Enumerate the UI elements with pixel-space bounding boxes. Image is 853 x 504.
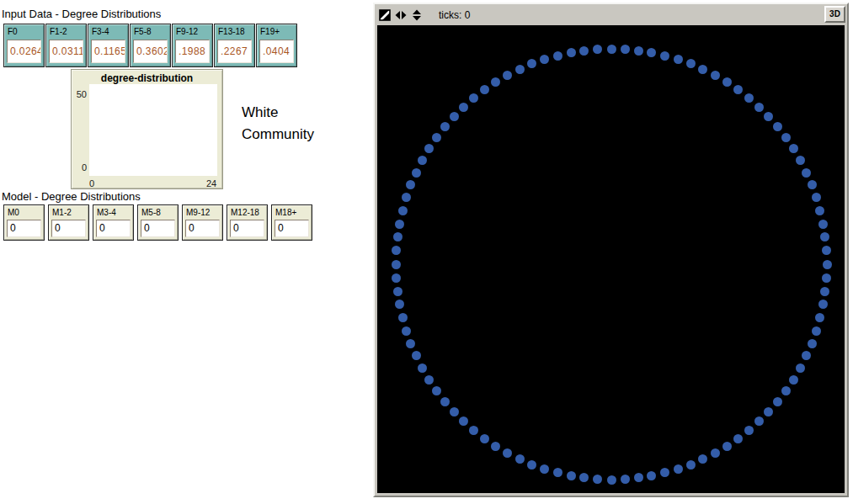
agent-node [808, 339, 817, 348]
agent-node [674, 464, 683, 474]
agent-node [686, 460, 696, 470]
monitor-m12-18: M12-18 0 [227, 204, 268, 241]
vertical-arrows-icon[interactable] [411, 9, 423, 21]
agent-node [450, 112, 459, 121]
agent-node [744, 93, 754, 103]
degree-distribution-plot: degree-distribution 50 0 0 24 [71, 69, 223, 189]
input-monitor-row: F0 0.0264 F1-2 0.0311 F3-4 0.1165 F5-8 0… [3, 24, 298, 67]
agent-node [822, 246, 831, 255]
agent-node [593, 45, 602, 54]
monitor-f3-4: F3-4 0.1165 [88, 24, 129, 67]
monitor-f5-8: F5-8 0.3602 [130, 24, 171, 67]
monitor-value: 0 [275, 220, 309, 237]
view-3d-button[interactable]: 3D [824, 6, 845, 23]
agent-node [553, 468, 562, 477]
agent-node [621, 475, 630, 484]
agent-node [773, 397, 782, 406]
agent-node [823, 260, 832, 269]
agent-node [515, 65, 525, 74]
agent-node [398, 313, 408, 322]
monitor-value: 0 [141, 220, 175, 237]
agent-node [480, 434, 489, 443]
agent-node [647, 48, 656, 57]
agent-node [764, 407, 773, 416]
agent-node [722, 442, 732, 451]
x-axis-max-label: 24 [206, 178, 216, 188]
plot-canvas [89, 84, 217, 176]
x-axis-min-label: 0 [89, 178, 94, 188]
agent-node [491, 77, 500, 87]
agent-node [764, 112, 773, 121]
agent-node [392, 273, 401, 283]
agent-node [491, 442, 500, 451]
agent-node [459, 416, 468, 426]
monitor-f9-12: F9-12 .1988 [172, 24, 213, 67]
monitor-value: .0404 [259, 40, 294, 63]
community-annotation: White Community [242, 102, 334, 146]
agent-node [621, 45, 630, 54]
agent-node [440, 122, 450, 131]
agent-node [398, 206, 408, 215]
agent-node [432, 133, 441, 142]
agent-node [607, 45, 616, 54]
agent-node [686, 59, 696, 68]
ticks-counter: ticks: 0 [439, 9, 470, 21]
agent-node [432, 386, 441, 395]
agent-node [515, 454, 525, 464]
monitor-value: 0.0311 [49, 40, 83, 63]
y-axis-min-label: 0 [72, 162, 87, 172]
model-monitor-row: M0 0 M1-2 0 M3-4 0 M5-8 0 M9-12 0 M12-18… [3, 204, 316, 241]
agent-node [527, 59, 536, 68]
agent-node [818, 300, 828, 309]
agent-node [754, 416, 764, 426]
monitor-value: 0 [230, 220, 264, 237]
agent-node [459, 103, 468, 112]
agent-node [754, 103, 764, 112]
agent-node [647, 471, 656, 480]
agent-node [395, 220, 404, 229]
monitor-value: 0 [51, 220, 86, 237]
agent-node [815, 206, 824, 215]
monitor-m18plus: M18+ 0 [271, 204, 312, 241]
agent-node [579, 46, 589, 56]
monitor-value: 0.1165 [91, 40, 125, 63]
netlogo-interface: Input Data - Degree Distributions F0 0.0… [0, 0, 853, 504]
agent-node [733, 434, 743, 443]
agent-node [802, 351, 811, 360]
agent-node [418, 156, 427, 165]
model-section-title: Model - Degree Distributions [2, 190, 141, 203]
contrast-square-icon[interactable] [379, 9, 391, 21]
agent-node [812, 326, 821, 336]
agent-node [802, 168, 811, 178]
plot-title: degree-distribution [72, 72, 222, 84]
agent-node [820, 232, 829, 241]
agent-node [393, 232, 403, 241]
monitor-m0: M0 0 [3, 204, 45, 241]
horizontal-arrows-icon[interactable] [395, 9, 407, 21]
agent-node [733, 85, 743, 94]
agent-node [567, 48, 576, 57]
agent-node [402, 326, 411, 336]
agent-node [402, 193, 411, 202]
agent-node [773, 122, 782, 131]
monitor-m9-12: M9-12 0 [182, 204, 223, 241]
agent-ring [377, 25, 845, 493]
world-view-frame: ticks: 0 3D [373, 3, 849, 497]
agent-node [412, 351, 421, 360]
input-section-title: Input Data - Degree Distributions [2, 8, 161, 20]
agent-node [395, 300, 404, 309]
agent-node [406, 339, 415, 348]
agent-node [567, 471, 576, 480]
agent-node [820, 287, 829, 296]
agent-node [744, 426, 754, 435]
agent-node [593, 475, 602, 484]
agent-node [418, 363, 427, 373]
agent-node [711, 71, 720, 80]
agent-node [469, 426, 478, 435]
agent-node [406, 180, 415, 189]
agent-node [424, 144, 434, 153]
world-canvas[interactable] [377, 25, 845, 493]
agent-node [450, 407, 459, 416]
monitor-f0: F0 0.0264 [3, 24, 45, 67]
monitor-value: 0.0264 [7, 40, 41, 63]
